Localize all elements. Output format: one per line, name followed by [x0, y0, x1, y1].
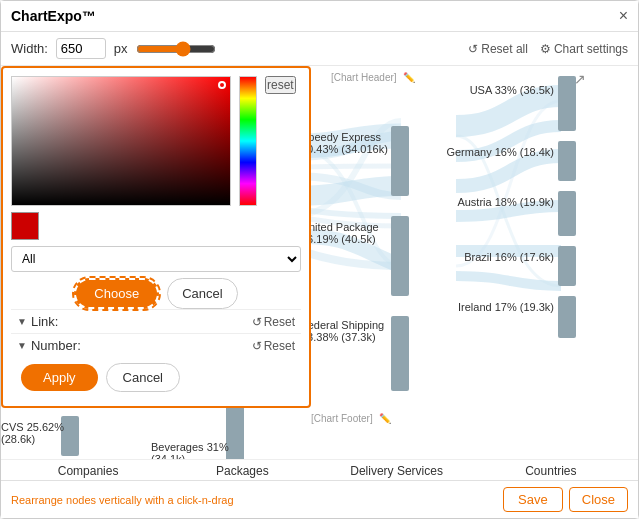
- window-close-button[interactable]: ×: [619, 7, 628, 25]
- footer-hint: Rearrange nodes vertically with a click-…: [11, 494, 234, 506]
- toolbar: Width: px ↺ Reset all ⚙ Chart settings: [1, 32, 638, 66]
- link-section: ▼ Link: ↺ Reset: [11, 309, 301, 333]
- edit-icon: ✏️: [403, 72, 415, 83]
- country-node-4: [558, 246, 576, 286]
- save-button[interactable]: Save: [503, 487, 563, 512]
- country-label-5: Ireland 17% (19.3k): [458, 301, 554, 313]
- picker-buttons: Choose Cancel: [11, 278, 301, 309]
- country-label-2: Germany 16% (18.4k): [446, 146, 554, 158]
- delivery-label-1: Speedy Express 30.43% (34.016k): [301, 131, 411, 155]
- gradient-selector[interactable]: [218, 81, 226, 89]
- color-preview-row: [11, 212, 301, 240]
- close-button[interactable]: Close: [569, 487, 628, 512]
- delivery-label-2: United Package 36.19% (40.5k): [301, 221, 411, 245]
- country-label-4: Brazil 16% (17.6k): [464, 251, 554, 263]
- hue-bar-container: [239, 76, 257, 206]
- chart-footer-label[interactable]: [Chart Footer] ✏️: [311, 413, 391, 424]
- edit-footer-icon: ✏️: [379, 413, 391, 424]
- link-reset-icon: ↺: [252, 315, 262, 329]
- width-slider[interactable]: [136, 41, 216, 57]
- category-labels: Companies Packages Delivery Services Cou…: [1, 459, 638, 480]
- package-label-1: Beverages 31% (34.1k): [151, 441, 251, 459]
- color-gradient[interactable]: [11, 76, 231, 206]
- px-label: px: [114, 41, 128, 56]
- number-chevron: ▼: [17, 340, 27, 351]
- number-label: ▼ Number:: [17, 338, 81, 353]
- reset-icon: ↺: [468, 42, 478, 56]
- settings-icon: ⚙: [540, 42, 551, 56]
- cancel-button[interactable]: Cancel: [106, 363, 180, 392]
- footer: Rearrange nodes vertically with a click-…: [1, 480, 638, 518]
- delivery-label-3: Federal Shipping 33.38% (37.3k): [301, 319, 411, 343]
- color-picker-panel: reset All Choose Cancel ▼: [1, 66, 311, 408]
- category-companies: Companies: [11, 464, 165, 478]
- width-label: Width:: [11, 41, 48, 56]
- category-delivery: Delivery Services: [320, 464, 474, 478]
- picker-cancel-button[interactable]: Cancel: [167, 278, 237, 309]
- category-packages: Packages: [165, 464, 319, 478]
- chart-settings-button[interactable]: ⚙ Chart settings: [540, 42, 628, 56]
- country-node-5: [558, 296, 576, 338]
- number-reset-icon: ↺: [252, 339, 262, 353]
- color-preview: [11, 212, 39, 240]
- color-dropdown[interactable]: All: [11, 246, 301, 272]
- company-label-1: CVS 25.62% (28.6k): [1, 421, 81, 445]
- main-content: [Chart Header] ✏️: [1, 66, 638, 459]
- country-label-3: Austria 18% (19.9k): [457, 196, 554, 208]
- footer-buttons: Save Close: [503, 487, 628, 512]
- hue-bar[interactable]: [239, 76, 257, 206]
- title-bar: ChartExpo™ ×: [1, 1, 638, 32]
- main-window: ChartExpo™ × Width: px ↺ Reset all ⚙ Cha…: [0, 0, 639, 519]
- color-reset-button[interactable]: reset: [265, 76, 296, 94]
- toolbar-right: ↺ Reset all ⚙ Chart settings: [468, 42, 628, 56]
- country-label-1: USA 33% (36.5k): [470, 84, 554, 96]
- apply-cancel-row: Apply Cancel: [11, 357, 301, 398]
- number-section: ▼ Number: ↺ Reset: [11, 333, 301, 357]
- number-reset-button[interactable]: ↺ Reset: [252, 339, 295, 353]
- chart-header-label[interactable]: [Chart Header] ✏️: [331, 72, 415, 83]
- category-countries: Countries: [474, 464, 628, 478]
- link-label: ▼ Link:: [17, 314, 58, 329]
- choose-button[interactable]: Choose: [74, 278, 159, 309]
- width-input[interactable]: [56, 38, 106, 59]
- color-picker-top: reset: [11, 76, 301, 206]
- reset-all-button[interactable]: ↺ Reset all: [468, 42, 528, 56]
- apply-button[interactable]: Apply: [21, 364, 98, 391]
- link-reset-button[interactable]: ↺ Reset: [252, 315, 295, 329]
- resize-arrow-top[interactable]: ↗: [574, 71, 586, 87]
- width-slider-container: [136, 41, 216, 57]
- window-title: ChartExpo™: [11, 8, 96, 24]
- reset-area: reset: [261, 76, 296, 206]
- country-node-3: [558, 191, 576, 236]
- link-chevron: ▼: [17, 316, 27, 327]
- country-node-2: [558, 141, 576, 181]
